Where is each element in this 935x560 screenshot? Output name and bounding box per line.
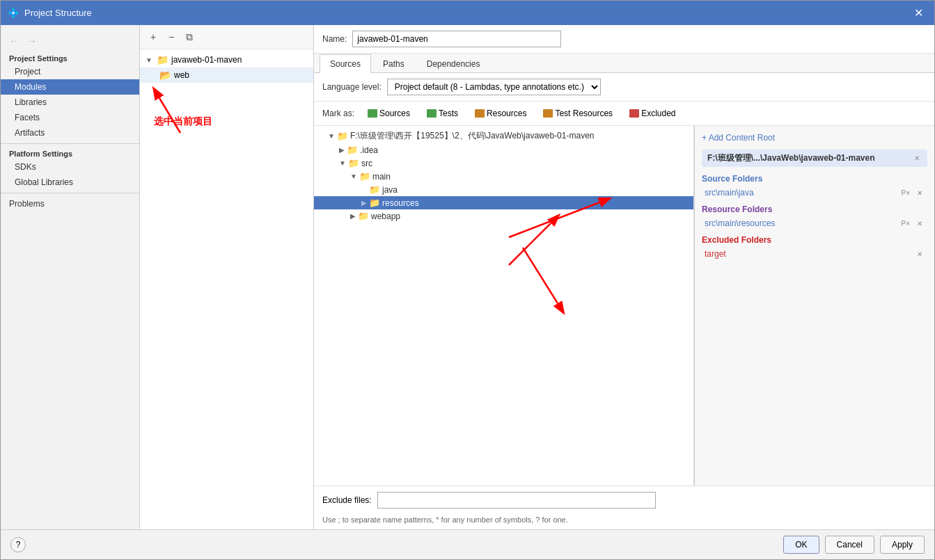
web-folder-icon: 📂	[159, 70, 171, 81]
name-label: Name:	[322, 34, 347, 44]
resource-folders-title: Resource Folders	[702, 205, 927, 214]
mark-resources-button[interactable]: Resources	[469, 106, 533, 121]
tree-row-java[interactable]: ▶ 📁 java	[314, 183, 693, 196]
main-label: main	[372, 172, 391, 182]
excluded-path-text: target	[705, 249, 726, 259]
root-display-path: F:\班级管理\...\JavaWeb\javaweb-01-maven	[707, 152, 875, 164]
mark-as-row: Mark as: Sources Tests Resources	[314, 102, 934, 126]
main-arrow: ▼	[350, 173, 357, 180]
app-icon: 💠	[8, 8, 19, 19]
ok-button[interactable]: OK	[783, 536, 819, 554]
sources-label: Sources	[379, 109, 410, 118]
copy-module-button[interactable]: ⧉	[182, 29, 197, 45]
resources-label: resources	[382, 198, 419, 208]
src-arrow: ▼	[339, 159, 346, 167]
root-folder-icon: 📁	[337, 131, 348, 141]
svg-line-7	[523, 248, 558, 303]
resources-folder-icon: 📁	[369, 198, 380, 208]
name-input[interactable]	[352, 31, 561, 47]
resource-path-text: src\main\resources	[705, 218, 775, 228]
java-folder-icon: 📁	[369, 184, 380, 195]
module-tree: + − ⧉ ▼ 📁 javaweb-01-maven 📂 web	[140, 25, 314, 529]
exclude-hint: Use ; to separate name patterns, * for a…	[314, 514, 934, 529]
module-item-web[interactable]: 📂 web	[140, 67, 313, 83]
add-module-button[interactable]: +	[146, 29, 161, 45]
sidebar-item-global-libraries[interactable]: Global Libraries	[1, 175, 139, 190]
resource-path-p-button[interactable]: P×	[899, 219, 912, 228]
module-item-javaweb[interactable]: ▼ 📁 javaweb-01-maven	[140, 52, 313, 67]
exclude-files-input[interactable]	[377, 492, 656, 509]
tree-row-main[interactable]: ▼ 📁 main	[314, 170, 693, 183]
sidebar-item-project[interactable]: Project	[1, 64, 139, 79]
mark-as-label: Mark as:	[322, 109, 354, 118]
name-row: Name:	[314, 25, 934, 54]
java-arrow: ▶	[361, 186, 367, 193]
root-arrow: ▼	[328, 132, 335, 140]
tree-row-resources[interactable]: ▶ 📁 resources	[314, 196, 693, 209]
close-button[interactable]: ✕	[910, 5, 927, 21]
tree-row-webapp[interactable]: ▶ 📁 webapp	[314, 209, 693, 223]
idea-arrow: ▶	[339, 146, 345, 154]
sidebar-item-modules[interactable]: Modules	[1, 79, 139, 95]
exclude-files-label: Exclude files:	[322, 495, 372, 505]
project-structure-dialog: 💠 Project Structure ✕ ← → Project Settin…	[0, 0, 935, 560]
annotation-text: 选中当前项目	[154, 115, 212, 128]
sidebar-item-libraries[interactable]: Libraries	[1, 95, 139, 110]
right-panel: Name: Sources Paths Dependencies Languag…	[314, 25, 934, 529]
main-content: ← → Project Settings Project Modules Lib…	[1, 25, 934, 529]
annotation-arrow-1	[152, 84, 208, 142]
lang-level-row: Language level: Project default (8 - Lam…	[314, 73, 934, 102]
lang-level-select[interactable]: Project default (8 - Lambdas, type annot…	[387, 79, 601, 95]
module-folder-icon: 📁	[157, 54, 168, 65]
sidebar-item-sdks[interactable]: SDKs	[1, 159, 139, 175]
tab-paths[interactable]: Paths	[372, 54, 415, 73]
src-label: src	[361, 159, 372, 168]
project-settings-header: Project Settings	[1, 51, 139, 64]
mark-sources-button[interactable]: Sources	[361, 106, 416, 121]
excluded-folders-title: Excluded Folders	[702, 235, 927, 245]
remove-module-button[interactable]: −	[164, 29, 179, 45]
svg-line-4	[509, 223, 551, 265]
add-content-root-button[interactable]: + Add Content Root	[702, 133, 927, 143]
tab-dependencies[interactable]: Dependencies	[416, 54, 491, 73]
tree-row-root[interactable]: ▼ 📁 F:\班级管理\西开【19525】\2、代码\JavaWeb\javaw…	[314, 129, 693, 143]
source-path-p-button[interactable]: P×	[899, 189, 912, 198]
resource-folder-entry: src\main\resources P× ✕	[702, 217, 927, 230]
content-root-path: F:\班级管理\...\JavaWeb\javaweb-01-maven ✕	[702, 150, 927, 167]
tests-label: Tests	[439, 109, 458, 118]
source-path-text: src\main\java	[705, 188, 754, 198]
dialog-title: Project Structure	[24, 8, 92, 18]
sidebar-item-problems[interactable]: Problems	[1, 196, 139, 211]
test-resources-icon	[543, 109, 553, 118]
apply-button[interactable]: Apply	[880, 536, 925, 554]
cancel-button[interactable]: Cancel	[825, 536, 874, 554]
excluded-label: Excluded	[641, 109, 675, 118]
resource-path-remove-button[interactable]: ✕	[915, 219, 925, 228]
back-button[interactable]: ←	[6, 33, 22, 49]
source-folder-entry: src\main\java P× ✕	[702, 186, 927, 199]
close-root-button[interactable]: ✕	[912, 154, 922, 163]
tree-row-idea[interactable]: ▶ 📁 .idea	[314, 143, 693, 157]
tests-icon	[427, 109, 437, 118]
file-tree-wrapper: ▼ 📁 F:\班级管理\西开【19525】\2、代码\JavaWeb\javaw…	[314, 126, 934, 486]
source-folders-title: Source Folders	[702, 174, 927, 184]
tab-sources[interactable]: Sources	[320, 54, 371, 73]
mark-test-resources-button[interactable]: Test Resources	[537, 106, 619, 121]
title-bar: 💠 Project Structure ✕	[1, 1, 934, 25]
excluded-path-remove-button[interactable]: ✕	[915, 250, 925, 259]
java-label: java	[382, 185, 398, 195]
lang-level-label: Language level:	[322, 82, 382, 92]
module-label: javaweb-01-maven	[171, 55, 242, 65]
tree-row-src[interactable]: ▼ 📁 src	[314, 157, 693, 170]
bottom-bar: ? OK Cancel Apply	[1, 529, 934, 559]
sidebar-item-facets[interactable]: Facets	[1, 110, 139, 125]
sidebar: ← → Project Settings Project Modules Lib…	[1, 25, 140, 529]
source-path-remove-button[interactable]: ✕	[915, 189, 925, 198]
mark-excluded-button[interactable]: Excluded	[623, 106, 682, 121]
excluded-folder-entry: target ✕	[702, 248, 927, 260]
help-button[interactable]: ?	[10, 537, 26, 552]
sidebar-item-artifacts[interactable]: Artifacts	[1, 125, 139, 141]
tabs-bar: Sources Paths Dependencies	[314, 54, 934, 73]
forward-button[interactable]: →	[24, 33, 40, 49]
mark-tests-button[interactable]: Tests	[421, 106, 464, 121]
